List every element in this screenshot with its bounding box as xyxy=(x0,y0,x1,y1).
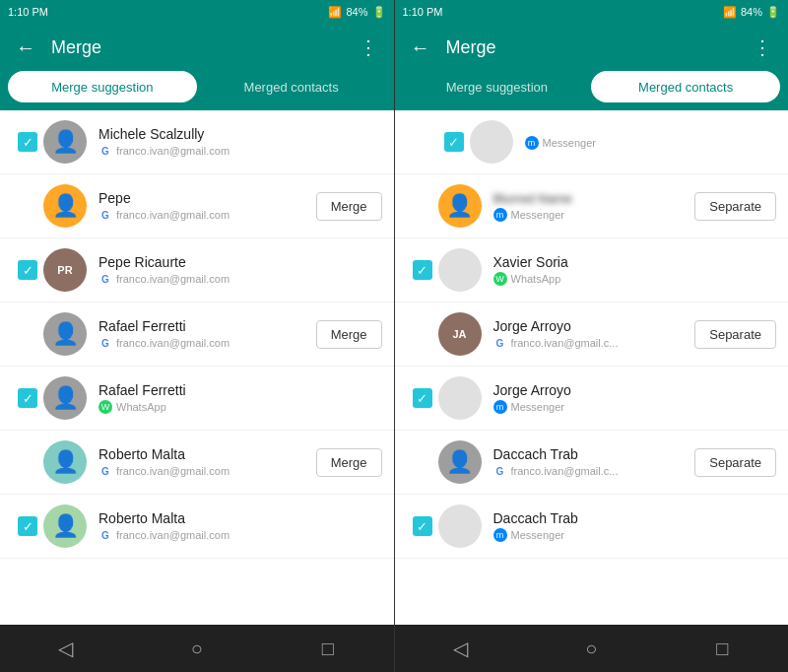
contact-name-c7: Roberto Malta xyxy=(98,510,382,526)
contact-info-d4: Jorge Arroyo G franco.ivan@gmail.c... xyxy=(493,318,688,350)
contact-sub-d2: m Messenger xyxy=(493,208,688,222)
app-title-left: Merge xyxy=(51,37,359,58)
avatar-c2: 👤 xyxy=(43,184,87,228)
contact-email-c6: franco.ivan@gmail.com xyxy=(116,465,230,477)
status-bar-left: 1:10 PM 📶 84% 🔋 xyxy=(0,0,394,24)
messenger-icon-d7: m xyxy=(493,528,507,542)
contact-sub-c6: G franco.ivan@gmail.com xyxy=(98,464,308,478)
app-bar-right: ← Merge ⋮ xyxy=(395,24,789,71)
list-item: 👤 Blurred Name m Messenger Separate xyxy=(395,174,789,238)
merge-button-c6[interactable]: Merge xyxy=(316,448,382,477)
contact-list-right: ✓ m Messenger 👤 Blurred Name m Messenger xyxy=(395,110,789,625)
tab-merge-suggestion-left[interactable]: Merge suggestion xyxy=(8,71,197,102)
contact-name-d7: Daccach Trab xyxy=(493,510,777,526)
merge-button-c4[interactable]: Merge xyxy=(316,320,382,349)
google-icon-d6: G xyxy=(493,464,507,478)
status-icons-right: 📶 84% 🔋 xyxy=(723,6,780,19)
avatar-d2: 👤 xyxy=(438,184,482,228)
messenger-icon-d5: m xyxy=(493,400,507,414)
contact-info-c5: Rafael Ferretti W WhatsApp xyxy=(98,382,382,414)
tab-bar-right: Merge suggestion Merged contacts xyxy=(395,71,789,110)
merge-button-c2[interactable]: Merge xyxy=(316,192,382,221)
back-button-right[interactable]: ← xyxy=(411,36,430,59)
contact-source-d3: WhatsApp xyxy=(511,273,561,285)
avatar-d4: JA xyxy=(438,312,482,356)
contact-sub-d3: W WhatsApp xyxy=(493,272,777,286)
contact-sub-c4: G franco.ivan@gmail.com xyxy=(98,336,308,350)
checkbox-d1[interactable]: ✓ xyxy=(438,132,470,152)
list-item: JA Jorge Arroyo G franco.ivan@gmail.c...… xyxy=(395,302,789,367)
back-button-left[interactable]: ← xyxy=(16,36,35,59)
nav-home-left[interactable]: ○ xyxy=(173,625,221,672)
more-button-right[interactable]: ⋮ xyxy=(753,35,772,59)
google-icon-c4: G xyxy=(98,336,112,350)
contact-source-d7: Messenger xyxy=(511,529,564,541)
contact-name-c6: Roberto Malta xyxy=(98,446,308,462)
contact-info-c1: Michele Scalzully G franco.ivan@gmail.co… xyxy=(98,126,382,158)
avatar-d1 xyxy=(470,120,513,164)
avatar-d5 xyxy=(438,376,482,420)
status-time-right: 1:10 PM xyxy=(403,6,443,18)
more-button-left[interactable]: ⋮ xyxy=(359,35,378,59)
messenger-icon-d2: m xyxy=(493,208,507,222)
tab-merged-contacts-right[interactable]: Merged contacts xyxy=(591,71,780,102)
panel-left: 1:10 PM 📶 84% 🔋 ← Merge ⋮ Merge suggesti… xyxy=(0,0,394,672)
contact-sub-c1: G franco.ivan@gmail.com xyxy=(98,144,382,158)
google-icon-c6: G xyxy=(98,464,112,478)
tab-merged-contacts-left[interactable]: Merged contacts xyxy=(197,71,386,102)
nav-recent-left[interactable]: □ xyxy=(304,625,352,672)
status-bar-right: 1:10 PM 📶 84% 🔋 xyxy=(395,0,789,24)
list-item: ✓ Jorge Arroyo m Messenger xyxy=(395,367,789,431)
contact-info-d5: Jorge Arroyo m Messenger xyxy=(493,382,777,414)
avatar-d7 xyxy=(438,504,482,548)
contact-name-c3: Pepe Ricaurte xyxy=(98,254,382,270)
checkbox-d7[interactable]: ✓ xyxy=(407,516,438,536)
contact-sub-c7: G franco.ivan@gmail.com xyxy=(98,528,382,542)
avatar-c3: PR xyxy=(43,248,87,292)
nav-bar-left: ◁ ○ □ xyxy=(0,625,394,672)
contact-name-c5: Rafael Ferretti xyxy=(98,382,382,398)
contact-name-d5: Jorge Arroyo xyxy=(493,382,777,398)
contact-email-c1: franco.ivan@gmail.com xyxy=(116,145,230,157)
contact-info-d2: Blurred Name m Messenger xyxy=(493,191,688,222)
avatar-c6: 👤 xyxy=(43,440,87,484)
checkbox-c5[interactable]: ✓ xyxy=(12,388,43,408)
contact-email-c2: franco.ivan@gmail.com xyxy=(116,209,230,221)
nav-back-left[interactable]: ◁ xyxy=(42,625,90,672)
contact-info-c7: Roberto Malta G franco.ivan@gmail.com xyxy=(98,510,382,542)
panel-right: 1:10 PM 📶 84% 🔋 ← Merge ⋮ Merge suggesti… xyxy=(395,0,789,672)
contact-sub-d6: G franco.ivan@gmail.c... xyxy=(493,464,688,478)
contact-sub-d5: m Messenger xyxy=(493,400,777,414)
separate-button-d6[interactable]: Separate xyxy=(694,448,776,477)
checkbox-c3[interactable]: ✓ xyxy=(12,260,43,280)
checkbox-d5[interactable]: ✓ xyxy=(407,388,438,408)
list-item: ✓ m Messenger xyxy=(395,110,789,174)
contact-info-c6: Roberto Malta G franco.ivan@gmail.com xyxy=(98,446,308,478)
contact-sub-d4: G franco.ivan@gmail.c... xyxy=(493,336,688,350)
contact-name-d4: Jorge Arroyo xyxy=(493,318,688,334)
nav-recent-right[interactable]: □ xyxy=(698,625,746,672)
checkbox-c7[interactable]: ✓ xyxy=(12,516,43,536)
avatar-c5: 👤 xyxy=(43,376,87,420)
tab-merge-suggestion-right[interactable]: Merge suggestion xyxy=(403,71,592,102)
contact-source-d1: Messenger xyxy=(543,137,596,149)
avatar-d3 xyxy=(438,248,482,292)
separate-button-d4[interactable]: Separate xyxy=(694,320,776,349)
list-item: ✓ PR Pepe Ricaurte G franco.ivan@gmail.c… xyxy=(0,238,394,302)
separate-button-d2[interactable]: Separate xyxy=(694,192,776,221)
status-icons-left: 📶 84% 🔋 xyxy=(328,6,385,19)
contact-name-d2: Blurred Name xyxy=(493,191,688,206)
list-item: ✓ Xavier Soria W WhatsApp xyxy=(395,238,789,302)
nav-bar-right: ◁ ○ □ xyxy=(395,625,789,672)
nav-back-right[interactable]: ◁ xyxy=(436,625,484,672)
google-icon-d4: G xyxy=(493,336,507,350)
contact-info-c2: Pepe G franco.ivan@gmail.com xyxy=(98,190,308,222)
checkbox-d3[interactable]: ✓ xyxy=(407,260,438,280)
nav-home-right[interactable]: ○ xyxy=(567,625,615,672)
list-item: 👤 Pepe G franco.ivan@gmail.com Merge xyxy=(0,174,394,238)
avatar-c4: 👤 xyxy=(43,312,87,356)
checkbox-c1[interactable]: ✓ xyxy=(12,132,43,152)
contact-list-left: ✓ 👤 Michele Scalzully G franco.ivan@gmai… xyxy=(0,110,394,625)
list-item: ✓ 👤 Roberto Malta G franco.ivan@gmail.co… xyxy=(0,495,394,559)
google-icon-c3: G xyxy=(98,272,112,286)
